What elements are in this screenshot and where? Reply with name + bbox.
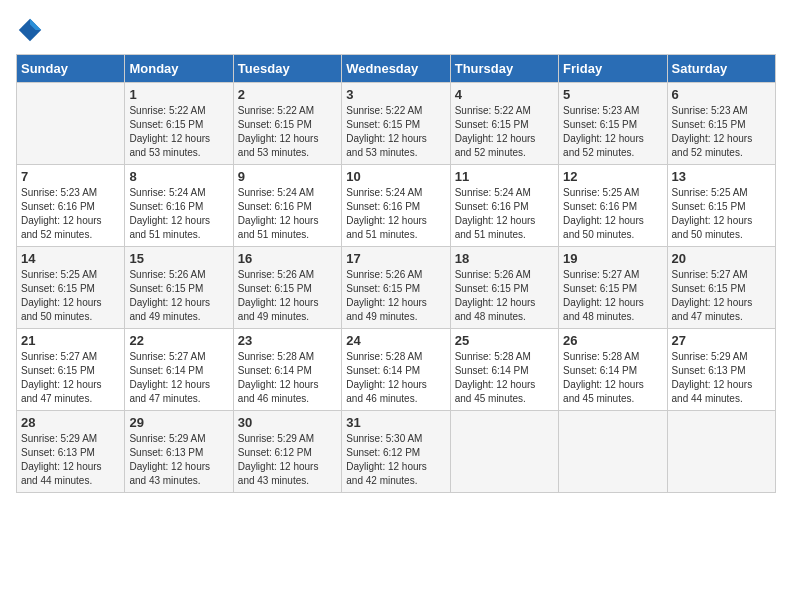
day-cell: 26Sunrise: 5:28 AM Sunset: 6:14 PM Dayli… xyxy=(559,329,667,411)
day-info: Sunrise: 5:28 AM Sunset: 6:14 PM Dayligh… xyxy=(346,350,445,406)
day-number: 8 xyxy=(129,169,228,184)
day-info: Sunrise: 5:24 AM Sunset: 6:16 PM Dayligh… xyxy=(129,186,228,242)
day-info: Sunrise: 5:27 AM Sunset: 6:15 PM Dayligh… xyxy=(672,268,771,324)
day-info: Sunrise: 5:24 AM Sunset: 6:16 PM Dayligh… xyxy=(346,186,445,242)
day-info: Sunrise: 5:24 AM Sunset: 6:16 PM Dayligh… xyxy=(238,186,337,242)
day-info: Sunrise: 5:29 AM Sunset: 6:13 PM Dayligh… xyxy=(21,432,120,488)
day-header-monday: Monday xyxy=(125,55,233,83)
logo xyxy=(16,16,48,44)
day-info: Sunrise: 5:28 AM Sunset: 6:14 PM Dayligh… xyxy=(455,350,554,406)
day-cell: 10Sunrise: 5:24 AM Sunset: 6:16 PM Dayli… xyxy=(342,165,450,247)
day-number: 2 xyxy=(238,87,337,102)
day-number: 14 xyxy=(21,251,120,266)
day-number: 4 xyxy=(455,87,554,102)
day-number: 18 xyxy=(455,251,554,266)
day-number: 12 xyxy=(563,169,662,184)
day-number: 21 xyxy=(21,333,120,348)
logo-icon xyxy=(16,16,44,44)
day-cell: 5Sunrise: 5:23 AM Sunset: 6:15 PM Daylig… xyxy=(559,83,667,165)
day-number: 24 xyxy=(346,333,445,348)
day-cell xyxy=(667,411,775,493)
calendar-table: SundayMondayTuesdayWednesdayThursdayFrid… xyxy=(16,54,776,493)
day-cell: 19Sunrise: 5:27 AM Sunset: 6:15 PM Dayli… xyxy=(559,247,667,329)
day-number: 15 xyxy=(129,251,228,266)
day-cell: 23Sunrise: 5:28 AM Sunset: 6:14 PM Dayli… xyxy=(233,329,341,411)
day-cell: 24Sunrise: 5:28 AM Sunset: 6:14 PM Dayli… xyxy=(342,329,450,411)
day-number: 13 xyxy=(672,169,771,184)
day-cell: 14Sunrise: 5:25 AM Sunset: 6:15 PM Dayli… xyxy=(17,247,125,329)
day-header-friday: Friday xyxy=(559,55,667,83)
day-header-thursday: Thursday xyxy=(450,55,558,83)
day-info: Sunrise: 5:27 AM Sunset: 6:15 PM Dayligh… xyxy=(21,350,120,406)
day-number: 29 xyxy=(129,415,228,430)
day-info: Sunrise: 5:29 AM Sunset: 6:12 PM Dayligh… xyxy=(238,432,337,488)
day-cell: 22Sunrise: 5:27 AM Sunset: 6:14 PM Dayli… xyxy=(125,329,233,411)
day-number: 27 xyxy=(672,333,771,348)
day-cell: 30Sunrise: 5:29 AM Sunset: 6:12 PM Dayli… xyxy=(233,411,341,493)
day-info: Sunrise: 5:27 AM Sunset: 6:14 PM Dayligh… xyxy=(129,350,228,406)
day-cell: 16Sunrise: 5:26 AM Sunset: 6:15 PM Dayli… xyxy=(233,247,341,329)
day-cell: 29Sunrise: 5:29 AM Sunset: 6:13 PM Dayli… xyxy=(125,411,233,493)
day-cell: 25Sunrise: 5:28 AM Sunset: 6:14 PM Dayli… xyxy=(450,329,558,411)
day-number: 31 xyxy=(346,415,445,430)
day-cell: 4Sunrise: 5:22 AM Sunset: 6:15 PM Daylig… xyxy=(450,83,558,165)
day-cell: 9Sunrise: 5:24 AM Sunset: 6:16 PM Daylig… xyxy=(233,165,341,247)
day-cell: 6Sunrise: 5:23 AM Sunset: 6:15 PM Daylig… xyxy=(667,83,775,165)
day-header-tuesday: Tuesday xyxy=(233,55,341,83)
week-row-5: 28Sunrise: 5:29 AM Sunset: 6:13 PM Dayli… xyxy=(17,411,776,493)
day-cell: 21Sunrise: 5:27 AM Sunset: 6:15 PM Dayli… xyxy=(17,329,125,411)
day-cell xyxy=(17,83,125,165)
day-number: 9 xyxy=(238,169,337,184)
day-info: Sunrise: 5:22 AM Sunset: 6:15 PM Dayligh… xyxy=(455,104,554,160)
day-number: 5 xyxy=(563,87,662,102)
day-cell: 20Sunrise: 5:27 AM Sunset: 6:15 PM Dayli… xyxy=(667,247,775,329)
day-number: 30 xyxy=(238,415,337,430)
day-number: 26 xyxy=(563,333,662,348)
day-header-saturday: Saturday xyxy=(667,55,775,83)
day-info: Sunrise: 5:26 AM Sunset: 6:15 PM Dayligh… xyxy=(346,268,445,324)
day-cell: 27Sunrise: 5:29 AM Sunset: 6:13 PM Dayli… xyxy=(667,329,775,411)
day-cell: 13Sunrise: 5:25 AM Sunset: 6:15 PM Dayli… xyxy=(667,165,775,247)
day-info: Sunrise: 5:23 AM Sunset: 6:15 PM Dayligh… xyxy=(563,104,662,160)
day-info: Sunrise: 5:23 AM Sunset: 6:16 PM Dayligh… xyxy=(21,186,120,242)
week-row-4: 21Sunrise: 5:27 AM Sunset: 6:15 PM Dayli… xyxy=(17,329,776,411)
day-cell: 3Sunrise: 5:22 AM Sunset: 6:15 PM Daylig… xyxy=(342,83,450,165)
day-number: 23 xyxy=(238,333,337,348)
day-number: 25 xyxy=(455,333,554,348)
day-info: Sunrise: 5:26 AM Sunset: 6:15 PM Dayligh… xyxy=(238,268,337,324)
day-info: Sunrise: 5:25 AM Sunset: 6:15 PM Dayligh… xyxy=(672,186,771,242)
day-header-sunday: Sunday xyxy=(17,55,125,83)
day-info: Sunrise: 5:24 AM Sunset: 6:16 PM Dayligh… xyxy=(455,186,554,242)
week-row-3: 14Sunrise: 5:25 AM Sunset: 6:15 PM Dayli… xyxy=(17,247,776,329)
day-number: 3 xyxy=(346,87,445,102)
day-number: 16 xyxy=(238,251,337,266)
day-info: Sunrise: 5:23 AM Sunset: 6:15 PM Dayligh… xyxy=(672,104,771,160)
day-number: 17 xyxy=(346,251,445,266)
day-info: Sunrise: 5:28 AM Sunset: 6:14 PM Dayligh… xyxy=(563,350,662,406)
day-info: Sunrise: 5:22 AM Sunset: 6:15 PM Dayligh… xyxy=(129,104,228,160)
header xyxy=(16,16,776,44)
day-cell: 18Sunrise: 5:26 AM Sunset: 6:15 PM Dayli… xyxy=(450,247,558,329)
day-info: Sunrise: 5:29 AM Sunset: 6:13 PM Dayligh… xyxy=(672,350,771,406)
day-info: Sunrise: 5:30 AM Sunset: 6:12 PM Dayligh… xyxy=(346,432,445,488)
day-cell: 11Sunrise: 5:24 AM Sunset: 6:16 PM Dayli… xyxy=(450,165,558,247)
day-info: Sunrise: 5:27 AM Sunset: 6:15 PM Dayligh… xyxy=(563,268,662,324)
day-cell: 31Sunrise: 5:30 AM Sunset: 6:12 PM Dayli… xyxy=(342,411,450,493)
day-cell: 7Sunrise: 5:23 AM Sunset: 6:16 PM Daylig… xyxy=(17,165,125,247)
day-number: 28 xyxy=(21,415,120,430)
day-cell xyxy=(559,411,667,493)
day-number: 20 xyxy=(672,251,771,266)
day-number: 19 xyxy=(563,251,662,266)
day-number: 10 xyxy=(346,169,445,184)
day-cell: 17Sunrise: 5:26 AM Sunset: 6:15 PM Dayli… xyxy=(342,247,450,329)
day-info: Sunrise: 5:28 AM Sunset: 6:14 PM Dayligh… xyxy=(238,350,337,406)
week-row-2: 7Sunrise: 5:23 AM Sunset: 6:16 PM Daylig… xyxy=(17,165,776,247)
day-cell: 1Sunrise: 5:22 AM Sunset: 6:15 PM Daylig… xyxy=(125,83,233,165)
week-row-1: 1Sunrise: 5:22 AM Sunset: 6:15 PM Daylig… xyxy=(17,83,776,165)
day-cell: 12Sunrise: 5:25 AM Sunset: 6:16 PM Dayli… xyxy=(559,165,667,247)
day-info: Sunrise: 5:29 AM Sunset: 6:13 PM Dayligh… xyxy=(129,432,228,488)
day-cell: 8Sunrise: 5:24 AM Sunset: 6:16 PM Daylig… xyxy=(125,165,233,247)
day-number: 7 xyxy=(21,169,120,184)
day-info: Sunrise: 5:26 AM Sunset: 6:15 PM Dayligh… xyxy=(129,268,228,324)
day-number: 6 xyxy=(672,87,771,102)
